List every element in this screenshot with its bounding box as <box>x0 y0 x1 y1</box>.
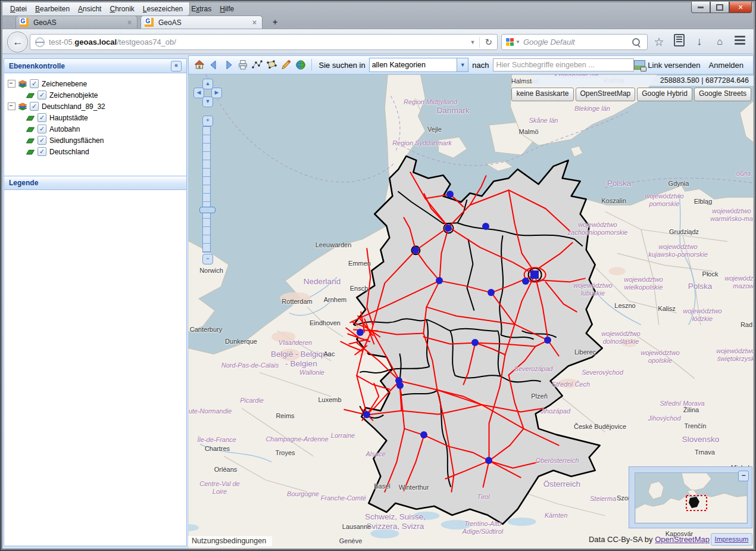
layer-checkbox[interactable]: ✓ <box>38 113 46 122</box>
category-select[interactable]: allen Kategorien ▼ <box>369 58 469 72</box>
layer-checkbox[interactable]: ✓ <box>38 147 46 156</box>
geoas-favicon: G <box>20 18 29 27</box>
layer-checkbox[interactable]: ✓ <box>30 102 39 111</box>
draw-button[interactable] <box>279 58 293 72</box>
pan-down-button[interactable]: ▼ <box>202 96 213 107</box>
previous-view-button[interactable] <box>207 58 221 72</box>
url-dropdown-icon[interactable]: ▼ <box>466 39 480 45</box>
reload-icon[interactable]: ↻ <box>479 37 497 48</box>
tree-collapse-icon[interactable] <box>8 102 15 110</box>
google-search-engine-icon[interactable] <box>506 38 514 46</box>
maximize-button[interactable] <box>710 2 729 13</box>
layer-tree-item[interactable]: ✓Siedlungsflächen <box>8 135 186 146</box>
capital-marker[interactable] <box>522 278 529 285</box>
pan-right-button[interactable]: ▶ <box>211 88 222 98</box>
layer-checkbox[interactable]: ✓ <box>30 79 39 88</box>
site-identity-globe-icon[interactable] <box>35 38 45 47</box>
measure-area-button[interactable] <box>264 58 279 72</box>
basemap-button-google-streets[interactable]: Google Streets <box>694 88 751 101</box>
basemap-button-openstreetmap[interactable]: OpenStreetMap <box>576 88 636 101</box>
browser-tab-1[interactable]: GGeoAS× <box>15 15 138 29</box>
layer-tree-item[interactable]: ✓Hauptstädte <box>8 112 186 123</box>
zoom-in-button[interactable]: + <box>202 116 213 126</box>
geo-tools-button[interactable] <box>293 58 307 72</box>
globe-icon <box>295 59 307 71</box>
search-engine-dropdown-icon[interactable]: ▼ <box>516 39 520 45</box>
collapse-panel-button[interactable]: « <box>171 61 182 71</box>
basemap-button-keine-basiskarte[interactable]: keine Basiskarte <box>511 88 573 101</box>
minimize-button[interactable] <box>691 2 710 13</box>
capital-marker[interactable] <box>436 277 443 284</box>
home-extent-button[interactable] <box>192 58 207 72</box>
terms-link[interactable]: Nutzungsbedingungen <box>188 536 272 546</box>
layer-tree-item[interactable]: ✓Deutschland_89_32 <box>8 101 186 112</box>
capital-marker[interactable] <box>412 247 419 254</box>
next-view-button[interactable] <box>221 58 235 72</box>
zoom-slider-handle[interactable] <box>199 207 215 213</box>
layer-tree-item[interactable]: ✓Zeichenobjekte <box>8 89 186 101</box>
menu-lesezeichen[interactable]: Lesezeichen <box>139 4 187 14</box>
layer-tree-item[interactable]: ✓Zeichenebene <box>8 78 186 89</box>
send-link-button[interactable]: Link versenden <box>648 61 700 70</box>
url-path: /testgeoas74_ob/ <box>117 38 176 46</box>
category-select-trigger[interactable]: ▼ <box>457 58 468 71</box>
menu-extras[interactable]: Extras <box>187 4 215 14</box>
layer-tree-item[interactable]: ✓Deutschland <box>8 146 186 157</box>
measure-line-icon <box>251 59 263 71</box>
capital-marker[interactable] <box>488 289 495 296</box>
url-bar[interactable]: test-05.geoas.local/testgeoas74_ob/ ▼ ↻ <box>30 34 498 50</box>
nach-label: nach <box>472 61 489 70</box>
layer-label: Deutschland <box>49 148 89 156</box>
tab-title: GeoAS <box>158 18 251 27</box>
layer-checkbox[interactable]: ✓ <box>38 91 46 99</box>
capital-marker[interactable] <box>530 270 539 279</box>
back-button[interactable]: ← <box>7 32 28 52</box>
menu-hilfe[interactable]: Hilfe <box>215 4 238 14</box>
login-button[interactable]: Anmelden <box>709 61 744 70</box>
tab-close-icon[interactable]: × <box>126 18 133 27</box>
hamburger-menu-icon[interactable] <box>730 34 750 49</box>
capital-marker[interactable] <box>446 191 454 198</box>
legend-panel-header[interactable]: Legende <box>4 176 186 190</box>
zoom-out-button[interactable]: − <box>202 254 213 264</box>
layer-tree: ✓Zeichenebene✓Zeichenobjekte✓Deutschland… <box>4 73 186 179</box>
menu-chronik[interactable]: Chronik <box>105 4 138 14</box>
close-button[interactable]: ✕ <box>729 2 752 13</box>
search-bar[interactable]: ▼ Google Default <box>501 34 648 50</box>
new-tab-button[interactable]: + <box>267 17 283 28</box>
capital-marker[interactable] <box>544 337 551 344</box>
menu-datei[interactable]: Datei <box>6 4 31 14</box>
capital-marker[interactable] <box>485 457 492 464</box>
layer-tree-item[interactable]: ✓Autobahn <box>8 123 186 135</box>
home-icon[interactable]: ⌂ <box>710 36 730 47</box>
search-term-input[interactable]: Hier Suchbegriffe eingeben ... <box>493 58 635 71</box>
bookmark-star-icon[interactable]: ☆ <box>649 35 669 49</box>
browser-tab-2[interactable]: GGeoAS× <box>140 15 263 29</box>
capital-marker[interactable] <box>471 339 479 346</box>
capital-marker[interactable] <box>445 225 452 232</box>
capital-marker[interactable] <box>420 431 427 438</box>
bookmarks-menu-icon[interactable] <box>669 34 689 49</box>
tree-collapse-icon[interactable] <box>8 80 15 88</box>
overview-map-minimize-button[interactable]: − <box>738 471 749 481</box>
menu-ansicht[interactable]: Ansicht <box>74 4 105 14</box>
menu-bearbeiten[interactable]: Bearbeiten <box>31 4 74 14</box>
layer-checkbox[interactable]: ✓ <box>38 136 46 145</box>
layer-checkbox[interactable]: ✓ <box>38 124 46 133</box>
overview-map[interactable]: − <box>629 466 752 528</box>
downloads-icon[interactable]: ↓ <box>689 35 710 48</box>
zoom-slider-track[interactable] <box>202 126 211 253</box>
openstreetmap-link[interactable]: OpenStreetMap <box>655 535 710 544</box>
capital-marker[interactable] <box>357 329 364 336</box>
layer-label: Hauptstädte <box>49 114 88 122</box>
measure-line-button[interactable] <box>250 58 264 72</box>
capital-marker[interactable] <box>482 223 489 230</box>
print-button[interactable] <box>236 58 250 72</box>
capital-marker[interactable] <box>396 382 404 389</box>
tab-close-icon[interactable]: × <box>251 18 258 27</box>
search-magnifier-icon[interactable] <box>632 38 640 46</box>
basemap-button-google-hybrid[interactable]: Google Hybrid <box>637 88 692 101</box>
capital-marker[interactable] <box>363 411 370 418</box>
impressum-button[interactable]: Impressum <box>711 533 752 546</box>
map-viewport[interactable]: DanmarkNederlandPolskaPolskaBelgië - Bel… <box>188 74 754 549</box>
